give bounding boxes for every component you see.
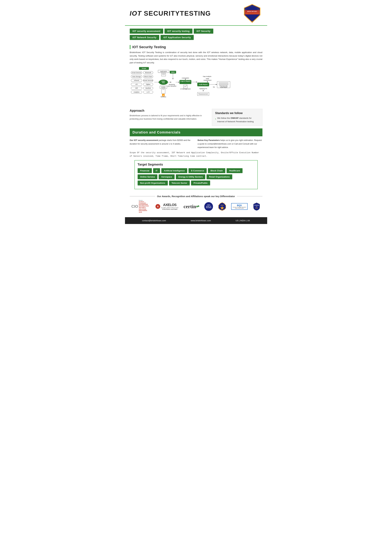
svg-text:📶: 📶 (162, 94, 165, 97)
svg-text:Audit Report: Audit Report (220, 87, 227, 88)
tag-iot-assessment[interactable]: IOT security assessment (130, 29, 163, 34)
tag-ecommerce[interactable]: E-Commerce (188, 168, 207, 173)
svg-text:Applying Fix: Applying Fix (199, 88, 207, 90)
footer: contact@briskinfosec.com www.briskinfose… (125, 217, 267, 224)
standards-title: Standards we follow (215, 112, 259, 115)
architecture-diagram: Scope Smart Devices Bluetooth Data Stora… (130, 67, 262, 106)
tags-row-2: IOT Network Security IOT Application Sec… (130, 35, 262, 40)
tag-iot-security[interactable]: IOT Security (194, 29, 213, 34)
duration-left: Our IOT security assessment package star… (130, 139, 195, 149)
tag-nonprofit[interactable]: Non-profit Organizations (138, 181, 168, 185)
tag-retail[interactable]: Retail Organizations (206, 174, 232, 179)
chevron-icon: › (215, 117, 216, 121)
tag-blockchain[interactable]: Block Chain (208, 168, 225, 173)
svg-text:Zigbee: Zigbee (146, 84, 150, 85)
svg-text:Logs & Report: Logs & Report (180, 81, 190, 82)
tag-ai[interactable]: Artificial Intelligence (161, 168, 187, 173)
svg-text:Intial: Intial (206, 78, 209, 79)
svg-text:Data Storage: Data Storage (132, 76, 141, 77)
footer-email[interactable]: contact@briskinfosec.com (142, 219, 166, 222)
standards-text: We follow the OWASP standards for Intern… (217, 116, 259, 123)
svg-text:way: way (162, 82, 165, 84)
svg-text:Analytics: Analytics (133, 91, 139, 93)
svg-text:Assessment: Assessment (203, 79, 212, 81)
axelos-award: A AXELOS GLOBAL BEST PRACTICE STRATEGIC … (156, 203, 179, 210)
duration-title: Duration and Commercials (133, 130, 259, 134)
title-iot: IOT (130, 10, 142, 17)
awards-section: Our Awards, Recognition and Affiliations… (125, 192, 267, 215)
tag-healthcare[interactable]: Healthcare (227, 168, 243, 173)
iot-diagram: Scope Smart Devices Bluetooth Data Stora… (125, 64, 267, 109)
duration-right: Below Key Parameters helps us to give yo… (198, 139, 262, 149)
svg-text:Automation: Automation (182, 77, 189, 79)
approach-column: Approach Briskinfosec process is tailore… (130, 109, 212, 126)
iot-section-title: IOT Security Testing (130, 45, 262, 49)
tag-private-public[interactable]: Private/Public (191, 181, 210, 185)
svg-text:Reassessment: Reassessment (198, 93, 208, 95)
target-title: Target Segments (138, 163, 255, 166)
target-row-2: Online Service Aerospace Energy & Utilit… (138, 174, 255, 179)
svg-text:WAN: WAN (171, 71, 175, 73)
svg-text:Scope: Scope (142, 68, 146, 69)
bqs-award: BQS Bureau of Quality Standard ISMS CERT… (231, 203, 248, 210)
approach-body: Briskinfosec process is tailored to fit … (130, 114, 209, 121)
approach-title: Approach (130, 109, 209, 112)
target-segments: Target Segments Financial IT Artificial … (134, 160, 258, 189)
svg-text:OF: OF (256, 206, 257, 207)
svg-text:CIA: CIA (256, 207, 258, 209)
approach-standards-section: Approach Briskinfosec process is tailore… (125, 109, 267, 126)
svg-text:COUNCIL: COUNCIL (254, 205, 259, 206)
svg-text:★: ★ (245, 8, 246, 10)
awards-logos: CIO Review 20 MOST PROMISING ENTERPRISEI… (130, 200, 262, 213)
svg-text:LI-FI: LI-FI (147, 91, 150, 93)
svg-text:User Interaction: User Interaction (167, 85, 176, 87)
svg-text:★: ★ (252, 21, 253, 22)
india-book-award: INDIABOOK OFRECORDS (204, 202, 213, 211)
svg-text:Monitoring: Monitoring (169, 84, 175, 85)
target-wrapper: Target Segments Financial IT Artificial … (125, 160, 267, 192)
svg-text:Mobile: Mobile (161, 86, 165, 88)
tag-aerospace[interactable]: Aerospace (159, 174, 175, 179)
duration-header: Duration and Commercials (130, 128, 262, 136)
council-cia-award: COUNCIL OF CIA (253, 202, 260, 211)
target-row-3: Non-profit Organizations Telecom Sector … (138, 181, 255, 185)
tags-row-1: IOT security assessment IOT security tes… (130, 29, 262, 34)
svg-text:INDIA: INDIA (220, 205, 224, 206)
svg-text:Smart Sensors: Smart Sensors (143, 80, 153, 81)
tag-online-service[interactable]: Online Service (138, 174, 157, 179)
tag-iot-network[interactable]: IOT Network Security (130, 35, 159, 40)
tags-section: IOT security assessment IOT security tes… (125, 26, 267, 42)
iot-section-body: Briskinfosec IOT Security Testing is com… (125, 51, 267, 64)
svg-text:Audit Report: Audit Report (199, 84, 208, 85)
tag-energy[interactable]: Energy & Utility Sectors (176, 174, 205, 179)
awards-title: Our Awards, Recognition and Affiliations… (130, 195, 262, 198)
svg-rect-49 (162, 89, 165, 94)
svg-text:BRISK INFOSEC: BRISK INFOSEC (247, 11, 257, 12)
footer-locations: US | INDIA | UK (235, 219, 250, 222)
duration-content: Our IOT security assessment package star… (125, 139, 267, 151)
svg-rect-43 (161, 73, 165, 76)
svg-text:Smart Devices: Smart Devices (132, 72, 141, 73)
standards-column: Standards we follow › We follow the OWAS… (212, 109, 262, 126)
cio-award: CIO Review 20 MOST PROMISING ENTERPRISEI… (132, 200, 150, 213)
svg-text:No: No (213, 86, 215, 88)
svg-text:Gap Analysis: Gap Analysis (203, 76, 211, 77)
tag-iot-testing[interactable]: IOT security testing (165, 29, 192, 34)
tag-it[interactable]: IT (153, 168, 160, 173)
tag-telecom[interactable]: Telecom Sector (169, 181, 190, 185)
brisk-infosec-logo: BRISK INFOSEC CYBER TRUST & ASSURANCE ★ … (242, 3, 262, 24)
svg-text:UI Management: UI Management (180, 88, 191, 90)
svg-text:Bluetooth: Bluetooth (145, 72, 151, 73)
logo: BRISK INFOSEC CYBER TRUST & ASSURANCE ★ … (242, 3, 262, 24)
page-title: IOT SECURITYTESTING (130, 10, 211, 17)
tag-financial[interactable]: Financial (138, 168, 152, 173)
header: IOT SECURITYTESTING BRISK INFOSEC CYBER … (125, 0, 267, 26)
standards-item: › We follow the OWASP standards for Inte… (215, 116, 259, 123)
duration-right-bold: Below Key Parameters (198, 139, 220, 141)
svg-text:Wifi: Wifi (135, 87, 138, 89)
svg-text:CYBER TRUST & ASSURANCE: CYBER TRUST & ASSURANCE (245, 13, 259, 14)
svg-text:Infrared: Infrared (134, 80, 139, 81)
footer-website[interactable]: www.briskinfosec.com (191, 219, 211, 222)
tag-iot-application[interactable]: IOT Application Security (161, 35, 194, 40)
certno-award: certin ⇌ (183, 204, 199, 209)
